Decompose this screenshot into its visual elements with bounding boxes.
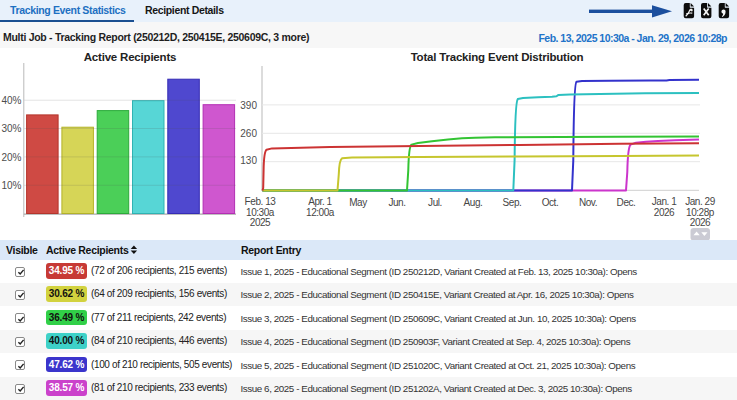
svg-text:30%: 30%	[1, 123, 21, 134]
svg-text:40%: 40%	[1, 95, 21, 106]
svg-text:260: 260	[240, 128, 257, 139]
svg-text:10%: 10%	[1, 180, 21, 191]
svg-text:20%: 20%	[1, 152, 21, 163]
svg-text:130: 130	[240, 155, 257, 166]
svg-text:390: 390	[240, 100, 257, 111]
